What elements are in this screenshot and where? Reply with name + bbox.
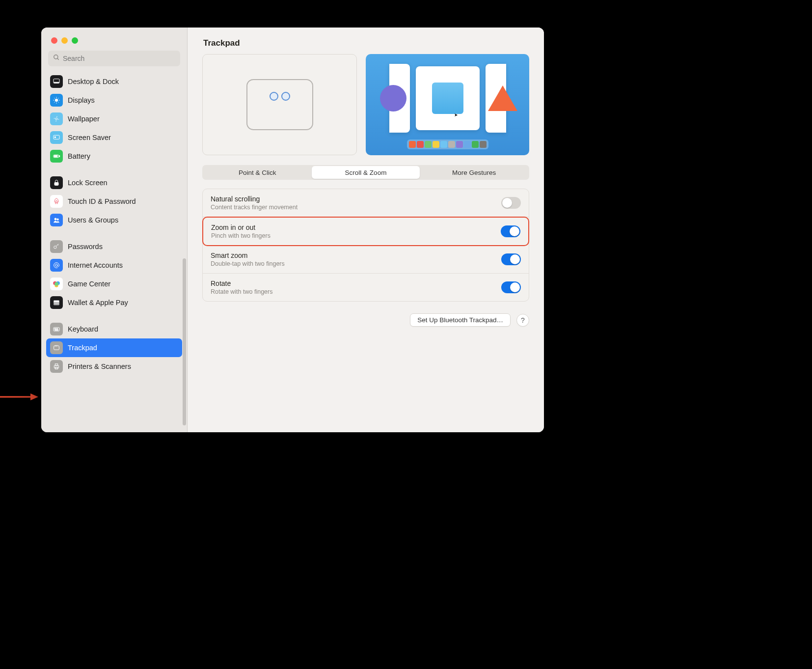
sidebar-item-trackpad[interactable]: Trackpad: [46, 338, 182, 357]
sidebar-item-label: Printers & Scanners: [68, 362, 131, 370]
sidebar-item-printers-scanners[interactable]: Printers & Scanners: [46, 357, 182, 376]
tab-scroll-zoom[interactable]: Scroll & Zoom: [312, 166, 420, 179]
sidebar-item-wallet-apple-pay[interactable]: Wallet & Apple Pay: [46, 293, 182, 312]
preview-shape-square: [432, 83, 463, 114]
sidebar-item-label: Internet Accounts: [68, 261, 123, 269]
close-button[interactable]: [51, 37, 57, 44]
sidebar-item-label: Users & Groups: [68, 216, 118, 224]
sidebar-item-label: Lock Screen: [68, 179, 108, 187]
sidebar-item-users-groups[interactable]: Users & Groups: [46, 211, 182, 229]
gamecenter-icon: [50, 278, 63, 290]
trackpad-icon: [50, 341, 63, 354]
key-icon: [50, 240, 63, 253]
svg-point-16: [54, 137, 56, 138]
dock-app-icon: [425, 141, 432, 148]
sidebar-item-label: Wallet & Apple Pay: [68, 299, 128, 307]
setting-title: Rotate: [211, 279, 272, 287]
trackpad-preview: [202, 54, 357, 155]
svg-point-14: [55, 118, 57, 120]
dock-app-icon: [417, 141, 424, 148]
svg-point-21: [54, 218, 56, 220]
wallpaper-icon: [50, 112, 63, 125]
svg-rect-19: [59, 156, 59, 157]
screensaver-icon: [50, 131, 63, 144]
dock-app-icon: [480, 141, 487, 148]
search-input[interactable]: [63, 55, 175, 62]
keyboard-icon: [50, 323, 63, 335]
sidebar-item-label: Passwords: [68, 243, 103, 251]
dock-app-icon: [448, 141, 455, 148]
toggle-rotate[interactable]: [501, 281, 521, 293]
toggle-knob: [510, 282, 520, 292]
sidebar-item-screen-saver[interactable]: Screen Saver: [46, 128, 182, 147]
svg-line-11: [58, 102, 58, 102]
svg-line-13: [58, 98, 58, 98]
sidebar-list: Desktop & DockDisplaysWallpaperScreen Sa…: [41, 72, 187, 425]
cursor-icon: ➤: [454, 112, 458, 117]
toggle-zoom-in-or-out[interactable]: [501, 225, 520, 237]
sidebar-item-touch-id-password[interactable]: Touch ID & Password: [46, 192, 182, 211]
svg-line-2: [57, 58, 59, 60]
setting-row-zoom-in-or-out: Zoom in or outPinch with two fingers: [202, 217, 529, 246]
setting-row-smart-zoom: Smart zoomDouble-tap with two fingers: [203, 246, 529, 274]
sidebar-item-label: Wallpaper: [68, 115, 100, 123]
sidebar-item-desktop-dock[interactable]: Desktop & Dock: [46, 72, 182, 91]
svg-point-28: [54, 282, 58, 286]
dock-app-icon: [433, 141, 439, 148]
sidebar-item-battery[interactable]: Battery: [46, 147, 182, 166]
tab-bar: Point & ClickScroll & ZoomMore Gestures: [202, 165, 529, 180]
sidebar-item-wallpaper[interactable]: Wallpaper: [46, 110, 182, 128]
toggle-natural-scrolling[interactable]: [501, 197, 521, 209]
sidebar-item-passwords[interactable]: Passwords: [46, 237, 182, 256]
setup-bluetooth-button[interactable]: Set Up Bluetooth Trackpad…: [410, 313, 511, 327]
sidebar-item-displays[interactable]: Displays: [46, 91, 182, 110]
sidebar-item-lock-screen[interactable]: Lock Screen: [46, 173, 182, 192]
annotation-arrow: [0, 392, 39, 402]
sidebar-item-label: Trackpad: [68, 344, 97, 352]
setting-subtitle: Double-tap with two fingers: [211, 260, 285, 267]
sidebar-item-label: Screen Saver: [68, 134, 111, 141]
toggle-knob: [510, 254, 520, 264]
wallet-icon: [50, 296, 63, 309]
svg-line-12: [54, 102, 54, 102]
sidebar-item-keyboard[interactable]: Keyboard: [46, 320, 182, 338]
preview-shape-triangle: [488, 85, 517, 111]
help-button[interactable]: ?: [516, 314, 529, 327]
finger-dot-icon: [270, 92, 278, 101]
search-field[interactable]: [48, 51, 180, 66]
settings-list: Natural scrollingContent tracks finger m…: [202, 189, 529, 302]
svg-rect-18: [54, 156, 57, 157]
toggle-smart-zoom[interactable]: [501, 253, 521, 265]
displays-icon: [50, 94, 63, 107]
dock-app-icon: [409, 141, 416, 148]
sidebar-item-internet-accounts[interactable]: Internet Accounts: [46, 256, 182, 275]
finger-dot-icon: [281, 92, 290, 101]
sidebar: Desktop & DockDisplaysWallpaperScreen Sa…: [41, 28, 188, 432]
main-pane: Trackpad ➤ Poin: [188, 28, 544, 432]
dock-app-icon: [456, 141, 463, 148]
fullscreen-button[interactable]: [72, 37, 78, 44]
footer: Set Up Bluetooth Trackpad… ?: [188, 302, 544, 327]
toggle-knob: [502, 198, 512, 208]
sidebar-item-label: Desktop & Dock: [68, 78, 119, 85]
svg-rect-35: [57, 329, 57, 329]
sidebar-scrollbar[interactable]: [183, 258, 186, 425]
setting-title: Natural scrolling: [211, 195, 298, 203]
desktop-dock-icon: [50, 75, 63, 88]
svg-point-24: [55, 264, 58, 267]
preview-row: ➤: [188, 54, 544, 155]
preview-shape-circle: [380, 85, 406, 112]
minimize-button[interactable]: [61, 37, 68, 44]
system-settings-window: Desktop & DockDisplaysWallpaperScreen Sa…: [41, 28, 544, 432]
svg-line-10: [54, 98, 54, 98]
page-title: Trackpad: [203, 38, 528, 48]
tab-point-click[interactable]: Point & Click: [203, 166, 312, 179]
tab-more-gestures[interactable]: More Gestures: [420, 166, 528, 179]
svg-rect-36: [55, 330, 58, 330]
toggle-knob: [510, 226, 519, 236]
setting-title: Smart zoom: [211, 251, 285, 259]
sidebar-item-label: Touch ID & Password: [68, 197, 136, 205]
dock-app-icon: [440, 141, 447, 148]
sidebar-item-game-center[interactable]: Game Center: [46, 275, 182, 293]
setting-subtitle: Content tracks finger movement: [211, 204, 298, 211]
